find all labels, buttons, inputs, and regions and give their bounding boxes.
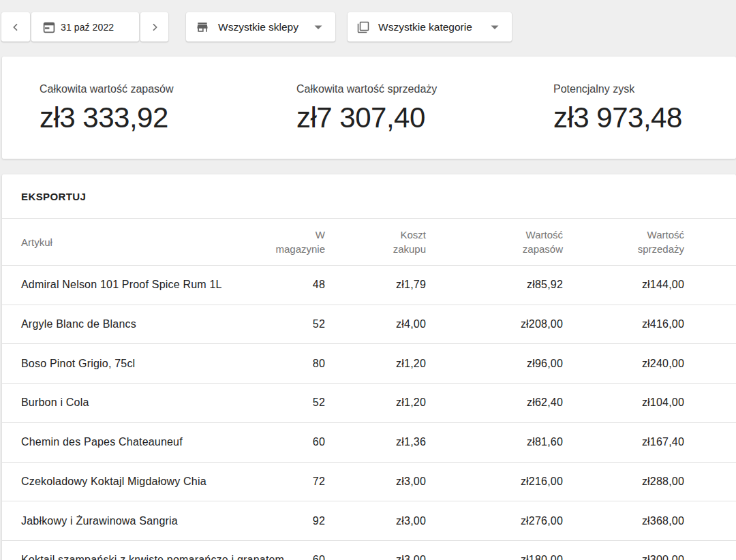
chevron-left-icon <box>10 22 21 33</box>
stat-value: zł3 333,92 <box>40 102 168 134</box>
table-row[interactable]: Burbon i Cola 52 zł1,20 zł62,40 zł104,00 <box>2 384 736 423</box>
stat-label: Potencjalny zysk <box>553 83 634 95</box>
categories-filter-value: Wszystkie kategorie <box>378 21 482 33</box>
stat-label: Całkowita wartość sprzedaży <box>296 83 437 95</box>
table-row[interactable]: Czekoladowy Koktajl Migdałowy Chia 72 zł… <box>2 463 736 502</box>
summary-card: Całkowita wartość zapasów zł3 333,92 Cał… <box>2 57 736 159</box>
table-row[interactable]: Jabłkowy i Żurawinowa Sangria 92 zł3,00 … <box>2 501 736 541</box>
store-icon <box>196 20 209 34</box>
previous-date-button[interactable] <box>1 12 30 42</box>
table-row[interactable]: Admiral Nelson 101 Proof Spice Rum 1L 48… <box>2 266 736 305</box>
calendar-icon <box>43 21 55 33</box>
table-body: Admiral Nelson 101 Proof Spice Rum 1L 48… <box>2 266 736 560</box>
chevron-right-icon <box>149 22 160 33</box>
next-date-button[interactable] <box>140 12 168 42</box>
stores-filter-value: Wszystkie sklepy <box>218 21 305 33</box>
table-row[interactable]: Boso Pinot Grigio, 75cl 80 zł1,20 zł96,0… <box>2 344 736 384</box>
toolbar: 31 paź 2022 Wszystkie sklepy Wszystkie k… <box>0 0 736 57</box>
caret-down-icon <box>313 25 323 30</box>
date-picker-button[interactable]: 31 paź 2022 <box>31 12 139 42</box>
table-row[interactable]: Chemin des Papes Chateauneuf 60 zł1,36 z… <box>2 423 736 463</box>
selected-date: 31 paź 2022 <box>61 22 114 33</box>
filter-none-icon <box>357 21 369 33</box>
export-button[interactable]: EKSPORTUJ <box>21 191 86 202</box>
stat-value: zł3 973,48 <box>553 102 682 134</box>
table-header-row: Artykuł Wmagazynie Kosztzakupu Wartośćza… <box>2 219 736 266</box>
categories-filter-dropdown[interactable]: Wszystkie kategorie <box>348 12 512 42</box>
table-row[interactable]: Koktajl szampański z krwiste pomarańcze … <box>2 541 736 560</box>
table-row[interactable]: Argyle Blanc de Blancs 52 zł4,00 zł208,0… <box>2 305 736 345</box>
caret-down-icon <box>490 25 500 30</box>
column-header-sales-value: Wartośćsprzedaży <box>2 228 684 256</box>
stores-filter-dropdown[interactable]: Wszystkie sklepy <box>186 12 335 42</box>
table-actions-row: EKSPORTUJ <box>2 174 736 219</box>
stat-value: zł7 307,40 <box>296 102 425 134</box>
stat-label: Całkowita wartość zapasów <box>40 83 174 95</box>
inventory-table-card: EKSPORTUJ Artykuł Wmagazynie Kosztzakupu… <box>2 174 736 560</box>
